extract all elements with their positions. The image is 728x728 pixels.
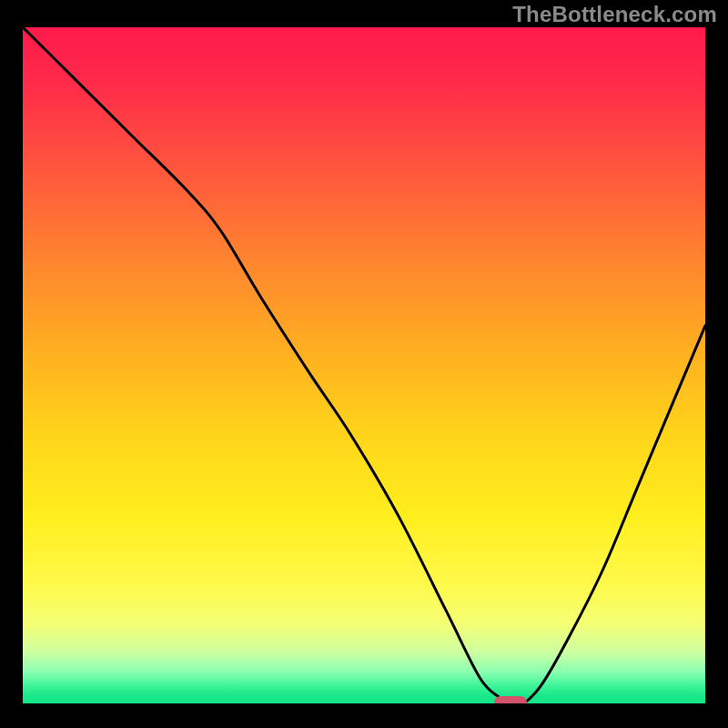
canvas: TheBottleneck.com	[0, 0, 728, 728]
curve-path	[23, 27, 705, 705]
bottleneck-curve	[23, 27, 705, 705]
watermark-text: TheBottleneck.com	[512, 2, 717, 27]
x-axis-line	[23, 703, 705, 705]
chart-area	[23, 27, 705, 705]
